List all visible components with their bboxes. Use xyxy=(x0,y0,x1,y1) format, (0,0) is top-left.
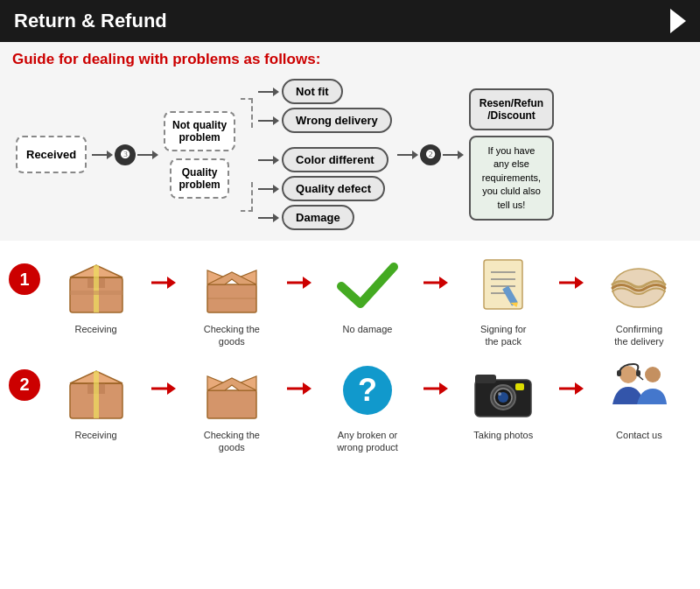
step-1-checking: Checking the goods xyxy=(179,249,284,348)
svg-rect-5 xyxy=(70,291,122,295)
arrow-5 xyxy=(151,382,176,396)
problem-branches: Not qualityproblem Qualityproblem xyxy=(164,111,235,199)
step-2-camera-label: Taking photos xyxy=(473,429,533,441)
step-1-receiving: Receiving xyxy=(44,249,148,335)
box-closed-icon xyxy=(57,249,136,319)
camera-icon xyxy=(464,355,542,425)
checkmark-icon xyxy=(328,249,407,319)
steps-section: 1 Receiving xyxy=(0,241,700,453)
step-2-contact: Contact us xyxy=(587,355,691,441)
guide-section: Guide for dealing with problems as follo… xyxy=(0,42,700,241)
arrow-7 xyxy=(424,382,448,396)
step-1-signing-label: Signing for the pack xyxy=(480,323,527,348)
step-1-number: 1 xyxy=(9,263,40,295)
svg-rect-31 xyxy=(475,375,496,383)
step-1-nodamage: No damage xyxy=(315,249,419,335)
svg-text:?: ? xyxy=(358,372,377,408)
step-1-confirming-label: Confirming the delivery xyxy=(614,323,663,348)
received-box: Received xyxy=(16,136,87,173)
header: Return & Refund xyxy=(0,0,700,42)
svg-rect-4 xyxy=(94,265,99,312)
step-2-row: 2 Receiving xyxy=(9,355,691,454)
arrow-2 xyxy=(287,276,312,290)
arrow-to-wrongdelivery xyxy=(258,116,279,126)
arrow-4 xyxy=(559,276,584,290)
requirements-note-box: If you haveany elserequirements,you clul… xyxy=(469,136,554,221)
arrow-to-colordiff xyxy=(258,155,279,165)
arrow-8 xyxy=(559,382,584,396)
svg-rect-23 xyxy=(94,371,99,418)
step-2-receiving-label: Receiving xyxy=(74,429,116,441)
step-2-checking-label: Checking the goods xyxy=(204,429,260,454)
not-fit-pill: Not fit xyxy=(282,79,343,104)
arrow-1 xyxy=(151,276,176,290)
connector-lines xyxy=(241,98,253,212)
outcomes-column: Not fit Wrong delivery Color different Q… xyxy=(258,79,392,230)
wrong-delivery-pill: Wrong delivery xyxy=(282,108,392,133)
damage-pill: Damage xyxy=(282,205,354,230)
svg-rect-36 xyxy=(515,383,524,390)
step-1-confirming: Confirming the delivery xyxy=(587,249,691,348)
arrow-badge2-to-results xyxy=(443,150,464,160)
step-2-camera: Taking photos xyxy=(452,355,556,441)
arrow-to-notfit xyxy=(258,87,279,97)
pencil-paper-icon xyxy=(464,249,542,319)
quality-defect-pill: Quality defect xyxy=(282,176,385,201)
arrow-badge3-to-problems xyxy=(137,150,158,160)
step-2-checking: Checking the goods xyxy=(179,355,284,454)
svg-rect-38 xyxy=(617,370,621,376)
step-2-contact-label: Contact us xyxy=(616,429,662,441)
step-2-receiving: Receiving xyxy=(44,355,148,441)
svg-point-35 xyxy=(498,392,501,396)
box-closed2-icon xyxy=(57,355,136,425)
resen-refund-box: Resen/Refun/Discount xyxy=(469,88,554,130)
arrow-to-qualitydefect xyxy=(258,184,279,194)
question-icon: ? xyxy=(328,355,407,425)
badge-3: ❸ xyxy=(115,144,136,165)
step-2-question: ? Any broken or wrong product xyxy=(315,355,419,454)
handshake-icon xyxy=(599,249,678,319)
arrow-received-to-branch xyxy=(92,150,113,160)
badge-2: ❷ xyxy=(420,144,441,165)
down-arrow-icon xyxy=(670,9,686,33)
quality-problem-box: Qualityproblem xyxy=(170,158,228,199)
step-2-question-label: Any broken or wrong product xyxy=(337,429,398,454)
arrow-to-damage xyxy=(258,213,279,223)
results-column: Resen/Refun/Discount If you haveany else… xyxy=(469,88,554,221)
box-open-icon xyxy=(192,249,271,319)
not-quality-problem-box: Not qualityproblem xyxy=(164,111,235,151)
color-different-pill: Color different xyxy=(282,147,388,172)
step-1-nodamage-label: No damage xyxy=(343,323,393,335)
box-open2-icon xyxy=(192,355,271,425)
arrow-6 xyxy=(287,382,312,396)
step-1-signing: Signing for the pack xyxy=(452,249,556,348)
step-2-items: Receiving Checking the goods xyxy=(44,355,691,454)
guide-title: Guide for dealing with problems as follo… xyxy=(12,51,688,68)
step-1-receiving-label: Receiving xyxy=(74,323,116,335)
arrow-3 xyxy=(424,276,448,290)
arrow-outcomes-to-badge2 xyxy=(397,150,418,160)
svg-rect-24 xyxy=(207,390,256,418)
step-2-number: 2 xyxy=(9,369,40,401)
contact-icon xyxy=(599,355,678,425)
header-title: Return & Refund xyxy=(14,10,167,32)
step-1-items: Receiving xyxy=(44,249,691,348)
svg-point-41 xyxy=(645,367,661,382)
step-1-row: 1 Receiving xyxy=(9,249,691,348)
step-1-checking-label: Checking the goods xyxy=(204,323,260,348)
